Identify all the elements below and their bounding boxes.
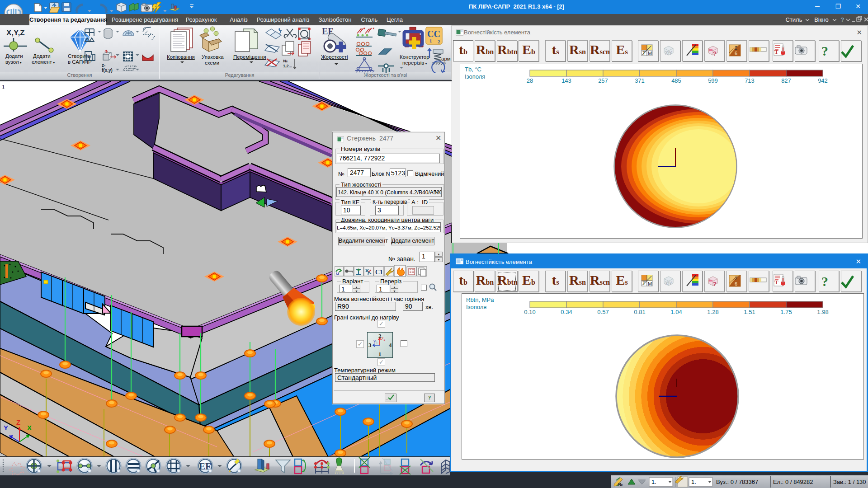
svg-text:28: 28 (527, 77, 533, 84)
svg-text:0.81: 0.81 (634, 309, 645, 315)
svg-text:Додати: Додати (5, 53, 23, 59)
svg-text:1.28: 1.28 (707, 309, 718, 315)
svg-text:Додати: Додати (33, 53, 51, 59)
svg-text:...: ... (386, 397, 388, 400)
svg-text:Конструктор: Конструктор (400, 54, 429, 60)
svg-text:1: 1 (378, 351, 382, 357)
svg-text:1.: 1. (651, 479, 656, 485)
svg-text:перерізів ▾: перерізів ▾ (402, 60, 427, 66)
svg-text:Y₁: Y₁ (373, 339, 377, 344)
svg-text:Переміщення: Переміщення (233, 54, 266, 60)
svg-text:?: ? (713, 281, 717, 287)
svg-text:2: 2 (438, 39, 440, 44)
svg-text:Копіювання: Копіювання (167, 54, 195, 60)
svg-text:1.75: 1.75 (780, 309, 792, 315)
svg-text:1,2...: 1,2... (283, 64, 292, 68)
svg-text:1: 1 (429, 38, 432, 43)
svg-text:1.04: 1.04 (670, 309, 682, 315)
svg-text:№: № (283, 59, 288, 63)
svg-text:z-: z- (102, 63, 105, 68)
svg-text:T: T (774, 279, 778, 286)
svg-text:елемент ▾: елемент ▾ (32, 59, 55, 65)
svg-text:0.10: 0.10 (524, 309, 535, 315)
svg-text:Упаковка: Упаковка (202, 54, 224, 60)
svg-text:№: № (618, 482, 623, 487)
svg-text:M: M (648, 281, 652, 286)
svg-text:T: T (642, 281, 646, 286)
svg-text:EF: EF (199, 461, 211, 472)
svg-text:Z: Z (16, 418, 20, 426)
svg-text:0.34: 0.34 (561, 309, 572, 315)
svg-text:2: 2 (735, 45, 737, 51)
svg-text:2: 2 (735, 276, 737, 281)
svg-text:827: 827 (781, 77, 791, 84)
svg-text:Y: Y (4, 424, 8, 432)
svg-text:1.98: 1.98 (817, 309, 828, 315)
svg-text:схеми: схеми (205, 60, 219, 66)
svg-text:942: 942 (818, 77, 828, 84)
svg-text:143: 143 (561, 77, 571, 84)
svg-text:M: M (648, 51, 652, 56)
svg-text:485: 485 (671, 77, 681, 84)
svg-text:Вуз.: 0 / 783367: Вуз.: 0 / 783367 (716, 479, 758, 485)
svg-text:1: 1 (2, 83, 5, 90)
svg-text:713: 713 (745, 77, 755, 84)
svg-text:6: 6 (735, 281, 737, 286)
svg-text:X,Y,Z: X,Y,Z (6, 28, 25, 37)
svg-text:в САПФІР: в САПФІР (68, 59, 92, 65)
svg-text:4: 4 (389, 342, 392, 348)
svg-text:0.57: 0.57 (597, 309, 609, 315)
svg-text:CC: CC (427, 29, 440, 39)
svg-text:!: ! (708, 48, 710, 53)
svg-text:арм: арм (441, 56, 451, 61)
svg-text:T: T (642, 50, 646, 56)
svg-text:X: X (27, 424, 32, 432)
svg-text:?: ? (713, 50, 717, 57)
svg-text:C1: C1 (375, 269, 383, 276)
svg-text:?: ? (821, 274, 828, 289)
svg-text:599: 599 (708, 77, 718, 84)
svg-text:1.: 1. (691, 479, 696, 485)
svg-text:6: 6 (735, 51, 737, 56)
svg-text:T: T (774, 48, 778, 55)
svg-text:Z₁: Z₁ (381, 337, 385, 341)
svg-text:3: 3 (368, 342, 372, 348)
svg-text:257: 257 (598, 77, 608, 84)
svg-text:1.51: 1.51 (744, 309, 755, 315)
svg-text:371: 371 (635, 77, 645, 84)
svg-text:Ел.: 0 / 849282: Ел.: 0 / 849282 (773, 479, 813, 485)
svg-text:Жорсткості: Жорсткості (321, 54, 348, 60)
svg-text:Зав.: 1 / 130: Зав.: 1 / 130 (833, 479, 866, 485)
svg-text:!: ! (708, 279, 710, 283)
svg-text:?: ? (821, 43, 828, 58)
svg-text:f(x,y): f(x,y) (102, 68, 113, 73)
svg-text:вузол ▾: вузол ▾ (5, 59, 22, 65)
